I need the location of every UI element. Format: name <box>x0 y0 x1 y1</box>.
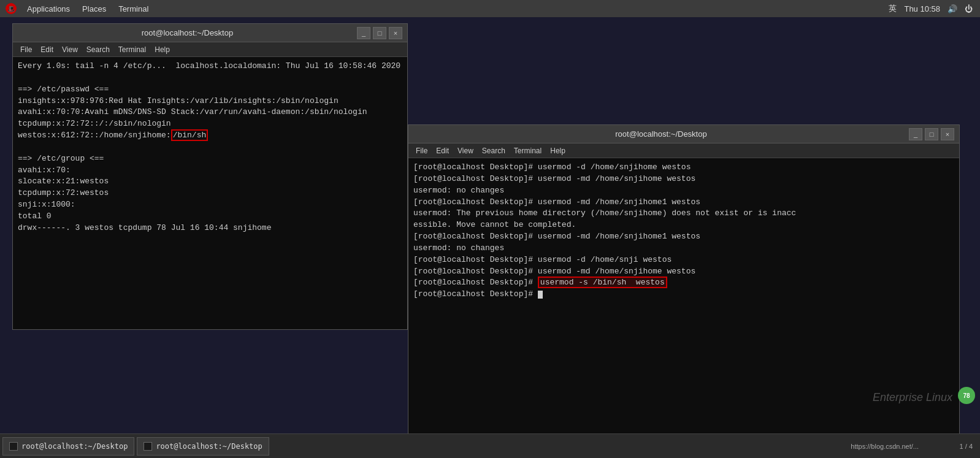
taskbar-label-1: root@localhost:~/Desktop <box>21 442 128 451</box>
taskbar-url: https://blog.csdn.net/... <box>851 443 919 450</box>
redhat-icon: 🎩 <box>5 2 17 15</box>
enterprise-watermark: Enterprise Linux <box>873 391 952 404</box>
terminal-menubar-left: File Edit View Search Terminal Help <box>13 42 407 57</box>
tmenu-search-right[interactable]: Search <box>478 145 509 156</box>
volume-icon[interactable]: 🔊 <box>947 4 957 13</box>
taskbar-item-2[interactable]: root@localhost:~/Desktop <box>137 437 269 456</box>
maximize-btn-right[interactable]: □ <box>925 128 938 140</box>
minimize-btn-left[interactable]: _ <box>357 27 370 39</box>
tmenu-terminal-left[interactable]: Terminal <box>115 44 150 55</box>
close-btn-left[interactable]: × <box>389 27 402 39</box>
svg-text:🎩: 🎩 <box>7 5 15 13</box>
tmenu-search-left[interactable]: Search <box>83 44 113 55</box>
taskbar-icon-1 <box>9 442 18 451</box>
window-controls-left: _ □ × <box>357 27 402 39</box>
taskbar-label-2: root@localhost:~/Desktop <box>156 442 262 451</box>
menu-places[interactable]: Places <box>77 3 111 15</box>
language-indicator: 英 <box>889 3 897 14</box>
terminal-titlebar-right: root@localhost:~/Desktop _ □ × <box>408 125 959 143</box>
tmenu-view-left[interactable]: View <box>58 44 82 55</box>
desktop: root@localhost:~/Desktop _ □ × File Edit… <box>0 17 980 433</box>
terminal-title-left: root@localhost:~/Desktop <box>18 28 357 37</box>
notification-badge[interactable]: 78 <box>958 387 975 404</box>
terminal-content-left: Every 1.0s: tail -n 4 /etc/p... localhos… <box>13 57 407 329</box>
tmenu-terminal-right[interactable]: Terminal <box>510 145 545 156</box>
terminal-titlebar-left: root@localhost:~/Desktop _ □ × <box>13 24 407 42</box>
maximize-btn-left[interactable]: □ <box>373 27 386 39</box>
menu-terminal[interactable]: Terminal <box>113 3 153 15</box>
taskbar-page: 1 / 4 <box>960 443 973 450</box>
tmenu-help-left[interactable]: Help <box>151 44 174 55</box>
tmenu-edit-right[interactable]: Edit <box>432 145 453 156</box>
top-menubar: 🎩 Applications Places Terminal 英 Thu 10:… <box>0 0 980 17</box>
tmenu-file-left[interactable]: File <box>17 44 36 55</box>
tmenu-file-right[interactable]: File <box>412 145 431 156</box>
clock: Thu 10:58 <box>904 4 940 13</box>
terminal-title-right: root@localhost:~/Desktop <box>413 129 909 139</box>
power-icon[interactable]: ⏻ <box>965 4 973 13</box>
taskbar-icon-2 <box>144 442 152 451</box>
close-btn-right[interactable]: × <box>941 128 954 140</box>
terminal-window-left: root@localhost:~/Desktop _ □ × File Edit… <box>12 23 408 330</box>
terminal-menubar-right: File Edit View Search Terminal Help <box>408 143 959 158</box>
tmenu-edit-left[interactable]: Edit <box>37 44 57 55</box>
minimize-btn-right[interactable]: _ <box>909 128 922 140</box>
terminal-window-right: root@localhost:~/Desktop _ □ × File Edit… <box>408 124 960 437</box>
tmenu-view-right[interactable]: View <box>454 145 477 156</box>
menu-applications[interactable]: Applications <box>22 3 75 15</box>
tmenu-help-right[interactable]: Help <box>546 145 569 156</box>
window-controls-right: _ □ × <box>909 128 954 140</box>
taskbar: root@localhost:~/Desktop root@localhost:… <box>0 433 980 458</box>
taskbar-item-1[interactable]: root@localhost:~/Desktop <box>2 437 134 456</box>
system-tray: 英 Thu 10:58 🔊 ⏻ <box>889 0 973 17</box>
